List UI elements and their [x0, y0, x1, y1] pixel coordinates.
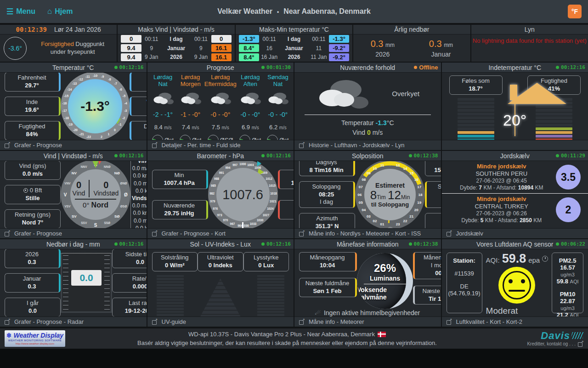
- aqi-readout: AQI: 59.8 epa: [486, 253, 548, 265]
- table-row: 9.49Januar916.1: [118, 44, 234, 53]
- nav-left: ☰Menu ⌂Hjem: [6, 7, 73, 17]
- footer-link[interactable]: Grafer: [14, 142, 31, 149]
- footer-link[interactable]: Kort: [215, 230, 226, 237]
- footer-links: Måne info - Nordlys - Meteorer - Kort - …: [309, 230, 421, 237]
- gauge-tick: 967: [226, 222, 239, 226]
- table-cell: 9 Jan: [141, 54, 162, 60]
- update-timestamp: 00:12:16: [261, 239, 291, 249]
- panel-temperature-footer: Grafer - Prognose: [0, 140, 147, 150]
- table-cell: I dag: [279, 36, 308, 42]
- footer-link[interactable]: Prognose: [36, 142, 62, 149]
- bar: [536, 105, 572, 108]
- bar: [536, 131, 572, 134]
- footer-link[interactable]: Jordskælv: [456, 230, 483, 237]
- forecast-temp: -0 - -0°: [210, 111, 230, 118]
- footer-link[interactable]: Jordskælv: [362, 142, 390, 149]
- footer-link[interactable]: ISS: [411, 230, 421, 237]
- footer-link[interactable]: Måne info: [309, 318, 335, 325]
- stat-box: Måneopgang10:04: [299, 252, 357, 271]
- footer-link[interactable]: Måne info: [309, 230, 335, 237]
- footer-link[interactable]: Luftkvalitet: [456, 318, 485, 325]
- barometer-left-boxes: Min1007.4 hPaNuværende29.75 inHg: [152, 170, 208, 219]
- external-link-icon: [299, 231, 305, 236]
- footer-link[interactable]: Kort: [490, 318, 501, 325]
- sun-icon: ☀: [386, 161, 394, 168]
- footer-link[interactable]: Fuld side: [216, 142, 241, 149]
- logo-url: http://www.weather-display.com: [16, 342, 54, 345]
- external-link-icon: [578, 341, 583, 347]
- temperature-body: Fahrenheit29.7°Inde19.6°Fugtighed84% -22…: [0, 73, 147, 140]
- summary-strip: 00:12:39 Lør 24 Jan 2026 -3.6° Forsigtig…: [0, 24, 588, 63]
- stat-box: Duggpunkt-3.6°: [130, 121, 147, 140]
- bar: [458, 135, 494, 138]
- beaufort-icon: [23, 188, 28, 193]
- stat-box: 20260.3: [5, 249, 61, 268]
- sun-dial: 0102030405060708091011131415161718192021…: [355, 161, 425, 228]
- wind-direction-icon: [267, 135, 278, 140]
- footer-link[interactable]: Historie: [309, 142, 329, 149]
- moon-body: Måneopgang10:04Næste fuldmåneSøn 1 Feb 2…: [294, 249, 441, 316]
- stat-box: Højde-54°: [425, 213, 441, 228]
- cloud-icon: [267, 92, 288, 106]
- footer-link[interactable]: Nordlys: [340, 230, 361, 237]
- aq-center: AQI: 59.8 epa Moderat luftkvalitet: [486, 253, 548, 313]
- footer-link[interactable]: Prognose: [36, 230, 62, 237]
- menu-button[interactable]: ☰Menu: [6, 7, 35, 17]
- wind-speed-value: 0: [73, 180, 85, 190]
- footer-link[interactable]: Meteorer: [340, 318, 364, 325]
- footer-link[interactable]: Detaljer: [162, 142, 182, 149]
- indoor-temp-bargraph: [452, 98, 500, 140]
- footer-links: Måne info - Meteorer: [309, 318, 364, 325]
- rain-year: 0.3 mm 2026: [371, 37, 395, 59]
- solar-bargraph: [152, 275, 188, 316]
- station-location: Near Aabenraa, Denmark: [283, 7, 371, 15]
- forecast-column: LørdagAften-0 - -0°6.9 m/sØst: [237, 74, 264, 140]
- footer-link[interactable]: Prognose: [36, 318, 62, 325]
- gauge-tick: 14: [398, 167, 412, 171]
- footer-link[interactable]: Grafer: [162, 230, 179, 237]
- footer-link[interactable]: Lufthavn: [334, 142, 357, 149]
- panel-rain-header: Nedbør i dag - mm 00:12:16: [0, 239, 147, 249]
- stat-box: Fahrenheit29.7°: [5, 73, 61, 92]
- home-icon: ⌂: [47, 7, 52, 16]
- bar: [157, 296, 184, 298]
- home-button[interactable]: ⌂Hjem: [47, 7, 73, 16]
- credits-link[interactable]: Kreditter, kontakt og . . .: [527, 341, 583, 347]
- footer-disclaimer: Basér aldrig vigtige beslutninger, der k…: [74, 339, 501, 348]
- stat-box: 0 BftStille: [5, 185, 61, 204]
- unit-toggle-button[interactable]: °F: [568, 5, 582, 18]
- lux-bargraph: [253, 275, 289, 316]
- update-timestamp: 00:11:29: [556, 151, 585, 161]
- footer-link[interactable]: Per. time: [187, 142, 211, 149]
- stat-box: Rate/t0.000: [112, 273, 147, 293]
- history-clock-icon[interactable]: [542, 256, 548, 262]
- footer-link[interactable]: UV-guide: [162, 318, 186, 325]
- bar: [458, 109, 494, 112]
- aqi-smiley-face: [498, 267, 535, 304]
- forecast-body: LørdagNat-2 - -1°8.4 m/sØstLørdagMorgen-…: [147, 73, 294, 140]
- davis-logo[interactable]: Davis: [541, 331, 583, 341]
- footer-link[interactable]: Prognose: [184, 230, 209, 237]
- footer-link[interactable]: Kort: [395, 230, 406, 237]
- footer-link[interactable]: Grafer: [14, 230, 31, 237]
- panel-aq-header: Vores Luftdaten AQ sensor 00:06:22: [442, 239, 588, 249]
- footer-link[interactable]: Radar: [68, 318, 84, 325]
- bar: [157, 302, 184, 304]
- table-cell: 2026: [279, 54, 308, 60]
- weather-display-logo[interactable]: ❄ Weather Display WEATHER MONITORING SOF…: [5, 330, 65, 347]
- footer-link[interactable]: Meteorer: [366, 230, 390, 237]
- footer-link[interactable]: Kort-2: [506, 318, 522, 325]
- alert-text-2: under frysepunkt: [51, 48, 95, 55]
- current-condition-text: Overkyet: [392, 90, 419, 98]
- bar: [458, 102, 494, 104]
- quake-type: Mindre jordskælv: [447, 196, 556, 203]
- table-cell: 00:11: [259, 36, 279, 42]
- footer-link[interactable]: Lyn: [395, 142, 404, 149]
- annual-rain-title: Årlig nedbør: [353, 25, 470, 34]
- table-row: 8.4°16 Jan202611 Jan-9.2°: [236, 52, 352, 62]
- indoor-body: Føles som 18.7° 20° Fugtighed 41%: [442, 73, 588, 140]
- forecast-direction: ØSØ: [208, 135, 233, 140]
- stat-box: Vindkøl-1.3°: [130, 73, 147, 92]
- bar: [257, 299, 284, 301]
- footer-link[interactable]: Grafer: [14, 318, 31, 325]
